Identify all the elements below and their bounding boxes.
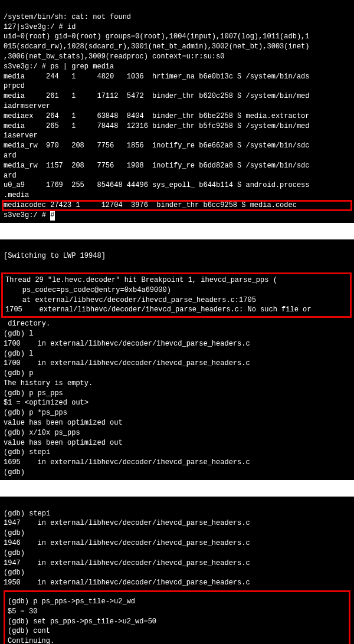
cursor: # — [50, 211, 55, 221]
terminal-line: uid=0(root) gid=0(root) groups=0(root),1… — [4, 32, 309, 41]
terminal-line: (gdb) l — [4, 350, 33, 358]
terminal-line: (gdb) l — [4, 330, 33, 338]
terminal-prompt: s3ve3g:/ # — [4, 211, 50, 219]
terminal-line: 127|s3ve3g:/ # id — [4, 23, 76, 31]
terminal-line: (gdb) stepi — [4, 448, 50, 456]
terminal-line: 1950 in external/libhevc/decoder/ihevcd_… — [4, 579, 250, 587]
terminal-line: value has been optimized out — [4, 439, 123, 447]
terminal-line: 1946 in external/libhevc/decoder/ihevcd_… — [4, 539, 250, 547]
terminal-line: 1700 in external/libhevc/decoder/ihevcd_… — [4, 359, 250, 367]
terminal-line: ard — [4, 172, 17, 180]
terminal-line: 1947 in external/libhevc/decoder/ihevcd_… — [4, 519, 250, 527]
highlighted-mediacodec-process: mediacodec 27423 1 12704 3976 binder_thr… — [2, 201, 352, 211]
terminal-line: (gdb) p — [4, 369, 33, 377]
terminal-line: 1947 in external/libhevc/decoder/ihevcd_… — [4, 559, 250, 567]
terminal-line: directory. — [4, 320, 50, 328]
terminal-block-1: /system/bin/sh: cat: not found 127|s3ve3… — [0, 0, 354, 223]
highlighted-breakpoint-hit: Thread 29 "le.hevc.decoder" hit Breakpoi… — [1, 272, 352, 318]
terminal-line: (gdb) x/10x ps_pps — [4, 429, 80, 437]
terminal-line: $1 = <optimized out> — [4, 399, 88, 407]
terminal-line: (gdb) — [4, 569, 25, 577]
terminal-line: iaserver — [4, 132, 38, 140]
terminal-line: prpcd — [4, 82, 25, 90]
terminal-line: 1695 in external/libhevc/decoder/ihevcd_… — [4, 458, 250, 466]
terminal-line: mediaex 264 1 63848 8404 binder_thr b6be… — [4, 112, 309, 120]
terminal-line: ard — [4, 152, 17, 160]
terminal-line: .media — [4, 191, 29, 199]
terminal-line: 015(sdcard_rw),1028(sdcard_r),3001(net_b… — [4, 42, 309, 51]
terminal-line: value has been optimized out — [4, 419, 123, 427]
terminal-line: (gdb) — [4, 529, 25, 537]
highlighted-sigsegv-fault: (gdb) p ps_pps->ps_tile->u2_wd $5 = 30 (… — [4, 590, 350, 644]
terminal-line: ,3006(net_bw_stats),3009(readproc) conte… — [4, 52, 224, 61]
terminal-line: (gdb) — [4, 468, 25, 477]
terminal-line: [Switching to LWP 19948] — [4, 252, 106, 260]
terminal-line: (gdb) p *ps_pps — [4, 409, 67, 417]
terminal-line: (gdb) stepi — [4, 510, 50, 518]
terminal-line: media_rw 1157 208 7756 1908 inotify_re b… — [4, 162, 309, 170]
terminal-line: u0_a9 1769 255 854648 44496 sys_epoll_ b… — [4, 181, 309, 189]
terminal-line: The history is empty. — [4, 379, 93, 387]
terminal-line: media 244 1 4820 1036 hrtimer_na b6e0b13… — [4, 73, 309, 81]
terminal-line: /system/bin/sh: cat: not found — [4, 13, 131, 21]
terminal-line: iadrmserver — [4, 102, 50, 110]
terminal-line: 1700 in external/libhevc/decoder/ihevcd_… — [4, 340, 250, 348]
terminal-line: media 261 1 17112 5472 binder_thr b620c2… — [4, 92, 309, 100]
terminal-line: (gdb) p ps_pps — [4, 389, 63, 397]
terminal-line: (gdb) — [4, 549, 25, 557]
terminal-block-2: [Switching to LWP 19948] Thread 29 "le.h… — [0, 239, 354, 480]
terminal-line: s3ve3g:/ # ps | grep media — [4, 63, 114, 71]
terminal-line: media 265 1 78448 12316 binder_thr b5fc9… — [4, 122, 309, 130]
terminal-block-3: (gdb) stepi 1947 in external/libhevc/dec… — [0, 497, 354, 644]
terminal-line: media_rw 970 208 7756 1856 inotify_re b6… — [4, 142, 309, 150]
